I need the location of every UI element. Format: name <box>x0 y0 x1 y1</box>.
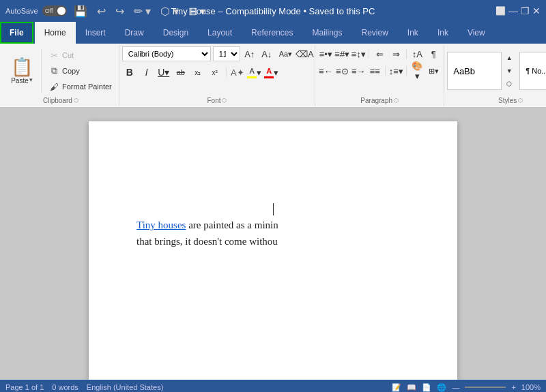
increase-indent-button[interactable]: ⇒ <box>388 46 403 61</box>
document-content: Tiny houses are painted as a minin that … <box>136 217 410 250</box>
style-normal-sample[interactable]: AaBb <box>447 52 502 90</box>
clear-formatting-button[interactable]: ⌫A <box>297 46 312 61</box>
highlight-icon: A <box>247 67 257 78</box>
clipboard-divider <box>41 49 42 93</box>
view-mode-read[interactable]: 📖 <box>407 383 416 392</box>
tab-insert[interactable]: Insert <box>76 22 115 44</box>
document-area[interactable]: Tiny houses are painted as a minin that … <box>0 108 546 380</box>
paragraph-2: that brings, it doesn't come withou <box>136 233 410 250</box>
line-spacing-button[interactable]: ↕≡▾ <box>388 63 403 78</box>
tab-mailings[interactable]: Mailings <box>302 22 351 44</box>
view-mode-web[interactable]: 🌐 <box>437 383 446 392</box>
styles-scroll-up[interactable]: ▲ <box>502 52 517 65</box>
paragraph-expand-icon[interactable]: ⬡ <box>394 97 399 104</box>
borders-button[interactable]: ⊞▾ <box>426 63 441 78</box>
paragraph-1: Tiny houses are painted as a minin <box>136 217 410 233</box>
styles-arrows: ▲ ▼ ⬡ <box>502 52 517 90</box>
decrease-font-button[interactable]: A↓ <box>259 46 274 61</box>
undo-button[interactable]: ↩ <box>94 3 109 19</box>
change-case-button[interactable]: Aa▾ <box>276 46 295 61</box>
align-left-button[interactable]: ≡← <box>318 63 333 78</box>
highlight-indicator <box>247 76 257 78</box>
tab-home[interactable]: Home <box>35 22 76 44</box>
autosave-dot <box>57 7 66 15</box>
title-bar: AutoSave Off 💾 ↩ ↪ ✏ ▾ ⬡ ▾ ⊞ ▾ Tiny Hous… <box>0 0 546 22</box>
bold-button[interactable]: B <box>122 65 137 80</box>
highlight-color-button[interactable]: A ▾ <box>247 65 262 80</box>
show-hide-button[interactable]: ¶ <box>426 46 441 61</box>
paragraph-label: Paragraph ⬡ <box>318 97 441 104</box>
tab-review[interactable]: Review <box>352 22 398 44</box>
window-controls: ⬜ — ❐ ✕ <box>495 5 541 16</box>
paragraph-group-content: ≡•▾ ≡#▾ ≡↕▾ ⇐ ⇒ ↕A ¶ ≡← ≡⊙ ≡→ ≡≡ ↕≡▾ <box>318 46 441 93</box>
redo-button[interactable]: ↪ <box>113 3 127 19</box>
ribbon: File Home Insert Draw Design Layout Refe… <box>0 22 546 108</box>
zoom-level: 100% <box>521 383 541 391</box>
align-right-button[interactable]: ≡→ <box>351 63 366 78</box>
autosave-toggle[interactable]: Off <box>42 5 67 16</box>
font-row1: Calibri (Body) 11 A↑ A↓ Aa▾ ⌫A <box>122 46 312 61</box>
tab-view[interactable]: View <box>458 22 495 44</box>
save-button[interactable]: 💾 <box>71 3 90 19</box>
font-group: Calibri (Body) 11 A↑ A↓ Aa▾ ⌫A B I U▾ ab… <box>119 45 315 106</box>
close-button[interactable]: ✕ <box>532 5 541 16</box>
zoom-in[interactable]: + <box>511 383 515 391</box>
underline-button[interactable]: U▾ <box>156 65 171 80</box>
bullets-button[interactable]: ≡•▾ <box>318 46 333 61</box>
tab-draw[interactable]: Draw <box>115 22 154 44</box>
para-divider2 <box>406 49 407 59</box>
tab-design[interactable]: Design <box>154 22 198 44</box>
font-size-select[interactable]: 11 <box>213 46 240 61</box>
tab-layout[interactable]: Layout <box>198 22 242 44</box>
restore-button[interactable]: ❐ <box>521 5 530 16</box>
format-painter-button[interactable]: 🖌 Format Painter <box>44 79 116 94</box>
tab-ink1[interactable]: Ink <box>398 22 428 44</box>
clipboard-expand-icon[interactable]: ⬡ <box>74 97 78 104</box>
tab-ink2[interactable]: Ink <box>428 22 458 44</box>
cut-label: Cut <box>62 51 74 59</box>
paragraph-1-text: are painted as a minin <box>186 220 278 230</box>
minimize-button[interactable]: — <box>508 5 518 16</box>
sort-button[interactable]: ↕A <box>410 46 425 61</box>
paste-button[interactable]: 📋 Paste ▾ <box>5 46 38 95</box>
tiny-houses-link[interactable]: Tiny houses <box>136 220 186 230</box>
italic-button[interactable]: I <box>139 65 154 80</box>
text-effects-button[interactable]: A✦ <box>230 65 245 80</box>
clipboard-label: Clipboard ⬡ <box>5 97 116 104</box>
cut-button[interactable]: ✂ Cut <box>44 48 116 63</box>
zoom-out[interactable]: — <box>452 383 459 391</box>
clipboard-small-buttons: ✂ Cut ⧉ Copy 🖌 Format Painter <box>44 46 116 95</box>
copy-button[interactable]: ⧉ Copy <box>44 63 116 78</box>
superscript-button[interactable]: x² <box>207 65 222 80</box>
customize-qat-button[interactable]: ✏ ▾ <box>131 3 154 19</box>
style-no-spacing-sample[interactable]: ¶ No... <box>519 52 546 90</box>
page-count: Page 1 of 1 <box>5 383 44 391</box>
strikethrough-button[interactable]: ab <box>173 65 188 80</box>
styles-scroll-down[interactable]: ▼ <box>502 65 517 78</box>
zoom-slider[interactable] <box>465 387 506 388</box>
format-painter-icon: 🖌 <box>48 82 59 92</box>
document-page[interactable]: Tiny houses are painted as a minin that … <box>89 121 457 380</box>
styles-expand[interactable]: ⬡ <box>502 77 517 90</box>
subscript-button[interactable]: x₂ <box>190 65 205 80</box>
increase-font-button[interactable]: A↑ <box>242 46 257 61</box>
align-center-button[interactable]: ≡⊙ <box>334 63 349 78</box>
styles-expand-icon[interactable]: ⬡ <box>518 97 523 104</box>
shading-button[interactable]: 🎨▾ <box>410 63 425 78</box>
numbering-button[interactable]: ≡#▾ <box>334 46 349 61</box>
styles-content: AaBb ▲ ▼ ⬡ ¶ No... <box>447 46 546 95</box>
justify-button[interactable]: ≡≡ <box>367 63 382 78</box>
font-row2-divider <box>226 67 227 77</box>
font-expand-icon[interactable]: ⬡ <box>222 97 227 104</box>
view-mode-print[interactable]: 📄 <box>422 383 431 392</box>
style-sample-text: AaBb <box>453 66 475 76</box>
multilevel-button[interactable]: ≡↕▾ <box>351 46 366 61</box>
font-color-button[interactable]: A ▾ <box>264 65 279 80</box>
copy-label: Copy <box>62 67 80 75</box>
tab-references[interactable]: References <box>242 22 302 44</box>
tab-file[interactable]: File <box>0 22 33 44</box>
font-name-select[interactable]: Calibri (Body) <box>122 46 211 61</box>
para-divider3 <box>385 66 386 76</box>
ribbon-display-button[interactable]: ⬜ <box>495 6 506 16</box>
decrease-indent-button[interactable]: ⇐ <box>372 46 387 61</box>
